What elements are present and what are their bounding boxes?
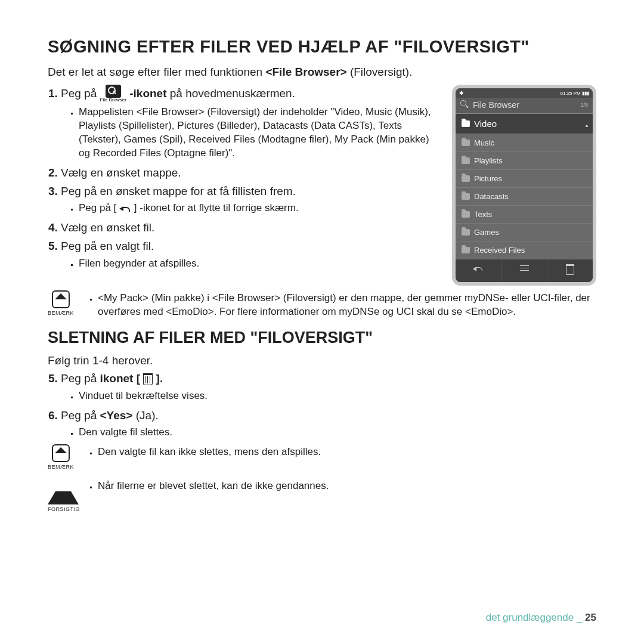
follow-steps: Følg trin 1-4 herover. [48, 354, 596, 367]
step3-sub: Peg på [ ] -ikonet for at flytte til for… [79, 202, 439, 215]
device-back-button [456, 259, 501, 282]
del5-b: ikonet [ [100, 372, 144, 385]
del-step-5: Peg på ikonet [ ]. Vinduet til bekræftel… [61, 371, 596, 403]
menu-lines-icon [520, 265, 529, 273]
note-block-1: BEMÆRK <My Pack> (Min pakke) i <File Bro… [48, 290, 596, 320]
device-title-text: File Browser [473, 100, 519, 110]
note-block-2: BEMÆRK Den valgte fil kan ikke slettes, … [48, 444, 596, 470]
section-heading-2: SLETNING AF FILER MED "FILOVERSIGT" [48, 329, 596, 347]
del5-sub: Vinduet til bekræftelse vises. [79, 389, 596, 403]
folder-icon [462, 140, 470, 146]
note-label-2: BEMÆRK [48, 464, 74, 470]
battery-icon: ▮▮▮ [582, 91, 589, 96]
step3-sub-b: ] -ikonet for at flytte til forrige skær… [131, 202, 299, 213]
device-screenshot: ✱ 01:25 PM ▮▮▮ File Browser 1/8 ▲ Video … [452, 85, 596, 286]
caution-block: FORSIGTIG Når filerne er blevet slettet,… [48, 478, 596, 512]
device-item-datacasts: Datacasts [456, 188, 593, 206]
intro-text-c: (Filoversigt). [347, 66, 413, 78]
device-item-texts: Texts [456, 206, 593, 224]
page-heading: SØGNING EFTER FILER VED HJÆLP AF "FILOVE… [48, 36, 596, 57]
device-item-playlists: Playlists [456, 152, 593, 170]
folder-icon [462, 211, 470, 218]
caution-text: Når filerne er blevet slettet, kan de ik… [98, 479, 329, 493]
note2-text: Den valgte fil kan ikke slettes, mens de… [98, 445, 321, 459]
device-trash-button [547, 259, 593, 282]
intro-paragraph: Det er let at søge efter filer med funkt… [48, 66, 596, 79]
page-footer: det grundlæggende _ 25 [486, 612, 596, 624]
device-item-music: Music [456, 134, 593, 152]
device-titlebar: File Browser 1/8 [456, 98, 593, 114]
device-menu-button [501, 259, 547, 282]
step-4: Vælg en ønsket fil. [61, 220, 439, 236]
step1-bold: -ikonet [129, 87, 166, 100]
step-3: Peg på en ønsket mappe for at få fillist… [61, 184, 439, 216]
scroll-up-arrow: ▲ [584, 123, 589, 128]
step1-text-a: Peg på [61, 87, 100, 100]
del5-c: ]. [153, 372, 163, 385]
step3-sub-a: Peg på [ [79, 202, 119, 213]
del5-a: Peg på [61, 372, 100, 385]
folder-icon [462, 175, 470, 182]
note-icon [52, 290, 70, 308]
device-item-pictures: Pictures [456, 170, 593, 188]
folder-icon [462, 193, 470, 200]
back-icon [119, 205, 131, 213]
intro-text-a: Det er let at søge efter filer med funkt… [48, 66, 265, 78]
step1-sub: Mappelisten <File Browser> (Filoversigt)… [79, 106, 439, 160]
trash-icon [143, 373, 153, 385]
folder-icon [462, 229, 470, 236]
del-step-6: Peg på <Yes> (Ja). Den valgte fil slette… [61, 408, 596, 440]
file-browser-icon: File Browser [100, 85, 126, 103]
step3-text: Peg på en ønsket mappe for at få fillist… [61, 185, 296, 197]
step-2: Vælg en ønsket mappe. [61, 165, 439, 181]
del6-b: <Yes> [100, 409, 133, 422]
intro-bold: <File Browser> [265, 66, 346, 78]
step5-text: Peg på en valgt fil. [61, 240, 154, 252]
footer-section: det grundlæggende _ [486, 612, 585, 623]
device-list: Video Music Playlists Pictures Datacasts… [456, 114, 593, 259]
device-item-video: Video [456, 114, 593, 134]
device-item-received: Received Files [456, 242, 593, 259]
del6-a: Peg på [61, 409, 100, 422]
device-bottom-bar [456, 259, 593, 282]
caution-icon [48, 478, 79, 504]
note-label: BEMÆRK [48, 310, 74, 316]
bluetooth-icon: ✱ [459, 90, 464, 96]
search-icon [460, 100, 470, 110]
folder-icon [462, 120, 470, 127]
device-count: 1/8 [580, 102, 588, 108]
note1-text: <My Pack> (Min pakke) i <File Browser> (… [98, 292, 596, 319]
step5-sub: Filen begynder at afspilles. [79, 257, 439, 271]
device-item-games: Games [456, 224, 593, 242]
folder-icon [462, 247, 470, 253]
back-arrow-icon [473, 265, 484, 273]
note-icon [52, 444, 70, 462]
del6-sub: Den valgte fil slettes. [79, 426, 596, 439]
folder-icon [462, 157, 470, 164]
device-time: 01:25 PM ▮▮▮ [561, 91, 589, 96]
step1-text-c: på hovedmenuskærmen. [167, 87, 295, 100]
del6-c: (Ja). [132, 409, 158, 422]
device-statusbar: ✱ 01:25 PM ▮▮▮ [456, 88, 593, 98]
step-5: Peg på en valgt fil. Filen begynder at a… [61, 239, 439, 271]
caution-label: FORSIGTIG [48, 506, 74, 512]
step-1: Peg på File Browser -ikonet på hovedmenu… [61, 85, 439, 160]
footer-page: 25 [585, 612, 596, 623]
trash-icon [566, 264, 574, 275]
